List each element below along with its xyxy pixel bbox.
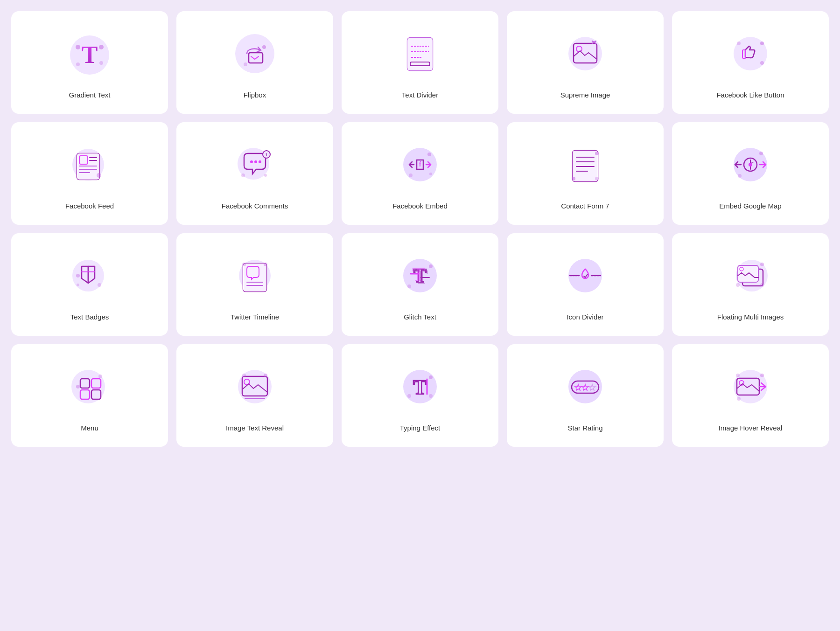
card-star-rating[interactable]: Star Rating	[507, 344, 664, 447]
image-text-reveal-icon	[229, 362, 280, 414]
supreme-image-icon	[560, 29, 611, 81]
card-contact-form-7[interactable]: Contact Form 7	[507, 122, 664, 225]
image-text-reveal-label: Image Text Reveal	[226, 423, 284, 433]
card-typing-effect[interactable]: T Typing Effect	[342, 344, 498, 447]
svg-point-119	[760, 374, 764, 377]
svg-text:T: T	[413, 376, 427, 399]
card-facebook-like-button[interactable]: Facebook Like Button	[672, 11, 829, 114]
twitter-timeline-icon	[229, 251, 280, 303]
flipbox-label: Flipbox	[244, 90, 266, 100]
svg-point-96	[76, 385, 80, 388]
svg-point-109	[429, 394, 433, 398]
svg-point-110	[568, 370, 602, 403]
twitter-timeline-label: Twitter Timeline	[231, 312, 279, 322]
svg-point-3	[76, 62, 80, 66]
svg-point-65	[77, 284, 79, 286]
card-text-badges[interactable]: Text Badges	[11, 233, 168, 336]
flipbox-icon	[229, 29, 280, 81]
card-floating-multi-images[interactable]: Floating Multi Images	[672, 233, 829, 336]
contact-form-7-label: Contact Form 7	[561, 201, 609, 211]
facebook-embed-icon: f	[394, 140, 446, 192]
svg-point-45	[409, 173, 413, 177]
glitch-text-label: Glitch Text	[404, 312, 436, 322]
facebook-embed-label: Facebook Embed	[392, 201, 448, 211]
svg-point-59	[759, 152, 763, 155]
svg-point-88	[760, 263, 764, 266]
svg-point-90	[736, 283, 740, 287]
star-rating-icon	[560, 362, 611, 414]
svg-point-71	[264, 263, 267, 266]
svg-point-35	[250, 160, 253, 163]
image-hover-reveal-icon	[725, 362, 776, 414]
floating-multi-images-icon	[725, 251, 776, 303]
card-glitch-text[interactable]: T T T Glitch Text	[342, 233, 498, 336]
embed-google-map-label: Embed Google Map	[719, 201, 781, 211]
card-icon-divider[interactable]: Icon Divider	[507, 233, 664, 336]
svg-point-108	[407, 394, 411, 398]
facebook-comments-icon: 1	[229, 140, 280, 192]
svg-point-64	[98, 283, 101, 287]
svg-point-63	[76, 274, 80, 277]
card-image-text-reveal[interactable]: Image Text Reveal	[176, 344, 333, 447]
text-divider-label: Text Divider	[402, 90, 438, 100]
embed-google-map-icon	[725, 140, 776, 192]
card-embed-google-map[interactable]: Embed Google Map	[672, 122, 829, 225]
icon-divider-label: Icon Divider	[567, 312, 603, 322]
card-facebook-embed[interactable]: f Facebook Embed	[342, 122, 498, 225]
svg-point-102	[242, 374, 246, 377]
svg-point-120	[736, 374, 740, 377]
svg-point-44	[427, 153, 431, 156]
widget-grid: T Gradient Text F	[11, 11, 829, 447]
typing-effect-label: Typing Effect	[400, 423, 440, 433]
text-badges-icon	[64, 251, 115, 303]
svg-point-79	[429, 264, 433, 268]
card-menu[interactable]: Menu	[11, 344, 168, 447]
svg-point-101	[264, 374, 267, 377]
svg-text:f: f	[419, 160, 421, 168]
svg-point-107	[429, 375, 433, 379]
svg-point-21	[760, 42, 764, 45]
contact-form-7-icon	[560, 140, 611, 192]
gradient-text-label: Gradient Text	[69, 90, 111, 100]
card-supreme-image[interactable]: Supreme Image	[507, 11, 664, 114]
svg-point-53	[595, 152, 599, 155]
svg-point-89	[760, 283, 764, 287]
text-badges-label: Text Badges	[70, 312, 109, 322]
menu-icon	[64, 362, 115, 414]
card-gradient-text[interactable]: T Gradient Text	[11, 11, 168, 114]
svg-point-22	[760, 61, 764, 65]
svg-text:1: 1	[265, 153, 267, 157]
image-hover-reveal-label: Image Hover Reveal	[719, 423, 783, 433]
card-twitter-timeline[interactable]: Twitter Timeline	[176, 233, 333, 336]
svg-point-97	[98, 374, 102, 378]
facebook-comments-label: Facebook Comments	[222, 201, 288, 211]
facebook-feed-label: Facebook Feed	[65, 201, 114, 211]
svg-point-121	[737, 397, 741, 401]
card-text-divider[interactable]: Text Divider	[342, 11, 498, 114]
svg-point-36	[254, 160, 257, 163]
svg-point-8	[262, 45, 266, 49]
card-facebook-feed[interactable]: Facebook Feed	[11, 122, 168, 225]
svg-point-9	[244, 62, 247, 66]
supreme-image-label: Supreme Image	[560, 90, 610, 100]
glitch-text-icon: T T T	[394, 251, 446, 303]
card-image-hover-reveal[interactable]: Image Hover Reveal	[672, 344, 829, 447]
svg-point-60	[738, 174, 742, 178]
floating-multi-images-label: Floating Multi Images	[717, 312, 784, 322]
svg-point-54	[572, 177, 575, 180]
icon-divider-icon	[560, 251, 611, 303]
svg-point-80	[407, 284, 411, 288]
svg-text:T: T	[82, 42, 98, 68]
svg-point-23	[737, 42, 741, 45]
svg-point-46	[429, 173, 432, 175]
card-facebook-comments[interactable]: 1 Facebook Comments	[176, 122, 333, 225]
menu-label: Menu	[81, 423, 98, 433]
typing-effect-icon: T	[394, 362, 446, 414]
svg-point-4	[99, 61, 103, 65]
svg-point-2	[99, 45, 104, 49]
card-flipbox[interactable]: Flipbox	[176, 11, 333, 114]
svg-point-33	[97, 173, 101, 178]
svg-point-41	[264, 174, 267, 177]
svg-point-55	[595, 177, 599, 180]
text-divider-icon	[394, 29, 446, 81]
